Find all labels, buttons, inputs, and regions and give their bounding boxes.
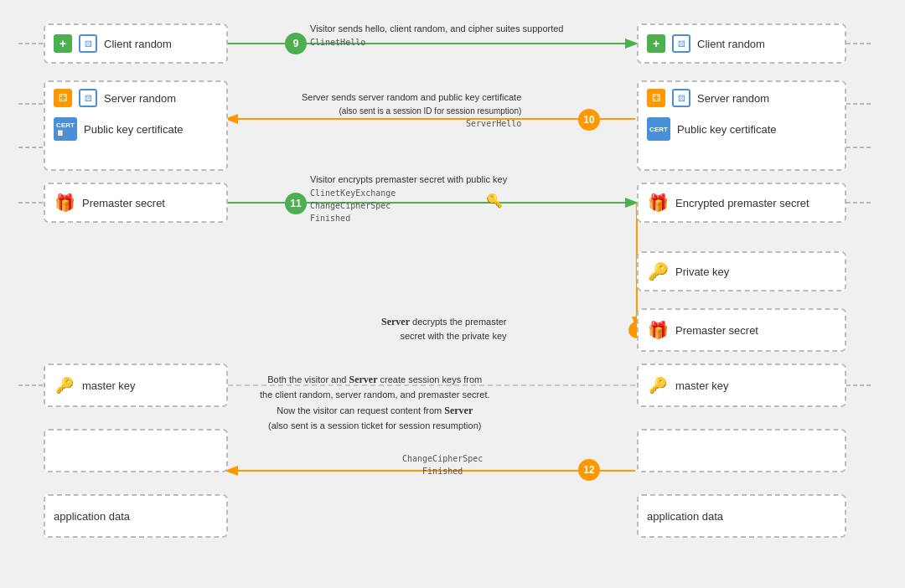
left-server-random-label: Server random: [104, 92, 176, 105]
left-server-random-row: ⚄ Server random: [45, 82, 226, 114]
annotation-10-sub: (also sent is a session ID for session r…: [302, 105, 521, 117]
right-premaster-box: 🎁 Premaster secret: [637, 308, 846, 352]
right-cert-label: Public key certificate: [677, 123, 777, 136]
orange-dice-icon-right: [647, 89, 665, 107]
annotation-decrypt: Server decrypts the premastersecret with…: [381, 314, 507, 343]
key-icon-right-master: 🔑: [647, 374, 669, 396]
step-10-circle: 10: [578, 109, 600, 131]
left-premaster-label: Premaster secret: [82, 197, 165, 209]
dice-icon: ⚄: [79, 34, 97, 53]
right-enc-premaster-box: 🎁 Encrypted premaster secret: [637, 183, 846, 223]
step-10-number: 10: [583, 114, 594, 126]
right-server-random-label: Server random: [697, 92, 769, 105]
right-client-random-label: Client random: [697, 38, 765, 50]
annotation-10-mono: ServerHello: [302, 117, 521, 130]
orange-dice-icon: [54, 89, 72, 107]
gift-icon-right: 🎁: [647, 319, 669, 341]
left-client-random-label: Client random: [104, 38, 172, 50]
right-client-random-box: ⚄ Client random: [637, 23, 846, 64]
server-bold-decrypt: Server: [381, 316, 410, 328]
right-private-key-box: 🔑 Private key: [637, 251, 846, 291]
green-square-icon-right: [647, 34, 665, 53]
left-cert-row: CERT📋 Public key certificate: [45, 114, 226, 144]
right-server-group-box: ⚄ Server random CERT Public key certific…: [637, 80, 846, 171]
annotation-9: Visitor sends hello, client random, and …: [310, 22, 563, 49]
key-icon-left: 🔑: [54, 374, 75, 396]
decrypt-text: Server decrypts the premastersecret with…: [381, 317, 507, 341]
step-11-number: 11: [290, 198, 301, 209]
left-master-key-box: 🔑 master key: [44, 364, 228, 407]
annotation-11-text: Visitor encrypts premaster secret with p…: [310, 173, 507, 187]
right-appdata-label: application data: [647, 510, 723, 523]
step-9-circle: 9: [285, 33, 307, 54]
gift-icon-left: 🎁: [54, 192, 75, 214]
right-enc-premaster-label: Encrypted premaster secret: [675, 197, 809, 209]
step-12-number: 12: [583, 464, 594, 476]
annotation-9-text: Visitor sends hello, client random, and …: [310, 22, 563, 36]
annotation-12-mono: ChangeCipherSpec Finished: [402, 452, 483, 477]
annotation-10: Server sends server random and public ke…: [302, 90, 521, 130]
annotation-master: Both the visitor and Server create sessi…: [260, 372, 490, 434]
server-bold-master1: Server: [349, 374, 378, 385]
step-12-circle: 12: [578, 459, 600, 481]
diagram: ⚄ Client random ⚄ Server random CERT📋 Pu…: [0, 0, 905, 588]
key-icon-right-private: 🔑: [647, 260, 669, 282]
left-appdata-box: application data: [44, 494, 228, 538]
right-empty-box: [637, 429, 846, 472]
master-text: Both the visitor and Server create sessi…: [260, 372, 490, 434]
annotation-12: ChangeCipherSpec Finished: [402, 452, 483, 477]
annotation-9-mono: ClinetHello: [310, 36, 563, 49]
gift-icon-right-enc: 🎁: [647, 192, 669, 214]
right-premaster-label: Premaster secret: [675, 324, 758, 337]
cert-icon-right: CERT: [647, 117, 670, 141]
right-appdata-box: application data: [637, 494, 846, 538]
left-cert-label: Public key certificate: [84, 123, 184, 136]
annotation-11-mono: ClinetKeyExchange ChangeCipherSpec Finis…: [310, 187, 507, 224]
right-master-key-label: master key: [675, 379, 729, 392]
dice-blue-right2: ⚄: [672, 89, 690, 107]
green-square-icon: [54, 34, 72, 53]
left-master-key-label: master key: [82, 379, 136, 392]
annotation-10-text: Server sends server random and public ke…: [302, 90, 521, 105]
left-appdata-label: application data: [54, 510, 130, 523]
left-client-random-box: ⚄ Client random: [44, 23, 228, 64]
dice-blue-right: ⚄: [672, 34, 690, 53]
right-private-key-label: Private key: [675, 266, 729, 278]
annotation-11: Visitor encrypts premaster secret with p…: [310, 173, 507, 224]
right-master-key-box: 🔑 master key: [637, 364, 846, 407]
left-empty-box: [44, 429, 228, 472]
right-server-random-row: ⚄ Server random: [639, 82, 845, 114]
left-server-group-box: ⚄ Server random CERT📋 Public key certifi…: [44, 80, 228, 171]
step-11-circle: 11: [285, 193, 307, 214]
server-bold-master2: Server: [444, 405, 473, 416]
right-cert-row: CERT Public key certificate: [639, 114, 845, 144]
cert-icon-left: CERT📋: [54, 117, 77, 141]
dice-blue-icon: ⚄: [79, 89, 97, 107]
step-9-number: 9: [293, 38, 299, 49]
left-premaster-box: 🎁 Premaster secret: [44, 183, 228, 223]
